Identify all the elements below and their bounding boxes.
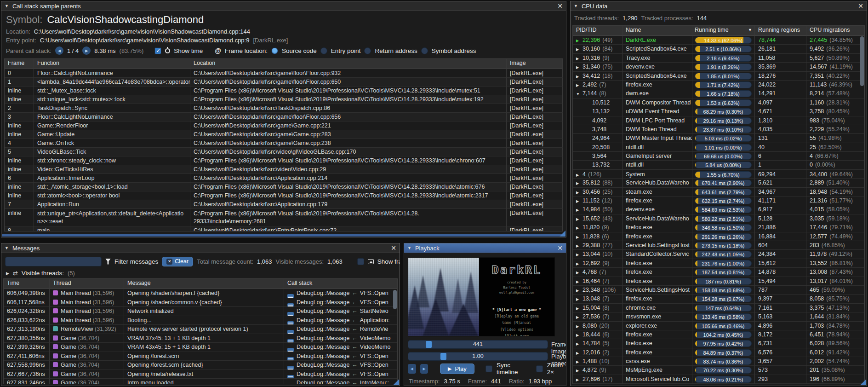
- table-row[interactable]: inlinestd::_Mutex_base::lockC:\Program F…: [5, 87, 563, 95]
- next-frame-button[interactable]: ▶: [420, 364, 428, 374]
- expand-arrow-icon[interactable]: ▶: [576, 208, 582, 212]
- sync-timeline-checkbox[interactable]: [485, 365, 492, 372]
- playback-speed-slider[interactable]: 1.00: [408, 352, 548, 361]
- expand-arrow-icon[interactable]: ▶: [576, 280, 582, 284]
- expand-arrow-icon[interactable]: ▶: [576, 306, 582, 311]
- expand-arrow-icon[interactable]: ▶: [576, 369, 582, 373]
- column-header-function[interactable]: Function: [34, 59, 190, 69]
- process-row[interactable]: ▶30,160(84)ScriptedSandbox64.exe2.51 s (…: [573, 45, 864, 53]
- process-row[interactable]: 20,508ntdll.dll1.01 ms (0.00%)4025(62.50…: [573, 143, 864, 152]
- table-row[interactable]: 1<lambda_84a19dc444fae966ca174e83e708bdc…: [5, 78, 563, 87]
- process-row[interactable]: ▶13,048(7)firefox.exe154.28 ms (0.67%)9,…: [573, 295, 864, 303]
- table-row[interactable]: inlinestd::atomic<bool>::operator boolC:…: [5, 191, 563, 200]
- collapse-icon[interactable]: ▼: [5, 246, 9, 250]
- list-item[interactable]: 627,411,606nsGame (36,704)Opening /fores…: [4, 352, 397, 361]
- expand-arrow-icon[interactable]: ▶: [576, 39, 582, 43]
- list-item[interactable]: 627,380,356nsGame (36,704)VRAM 37x45: 13…: [4, 334, 397, 343]
- process-row[interactable]: 24,964DWM Master Input Thread5.03 ms (0.…: [573, 134, 864, 143]
- collapse-icon[interactable]: ▼: [407, 246, 411, 250]
- list-item[interactable]: 606,117,568nsMain thread (31,596)Opening…: [4, 298, 397, 307]
- column-header-pid[interactable]: PID/TID: [573, 26, 622, 36]
- expand-arrow-icon[interactable]: ▶: [576, 324, 582, 329]
- expand-arrow-icon[interactable]: ▶: [576, 191, 582, 195]
- expand-arrow-icon[interactable]: ▶: [576, 199, 582, 203]
- table-row[interactable]: 3Floor::CalcLightNoLuminanceC:\Users\wol…: [5, 113, 563, 121]
- show-time-checkbox[interactable]: [154, 47, 161, 54]
- table-row[interactable]: 8mainC:\Users\wolf\Desktop\darkrl\src\En…: [5, 226, 563, 231]
- table-row[interactable]: 0Floor::CalcLightNoLuminanceC:\Users\wol…: [5, 69, 563, 78]
- process-row[interactable]: ▶11,828(6)firefox.exe291.26 ms (1.26%)16…: [573, 232, 864, 241]
- frame-location-radio-1[interactable]: [320, 47, 327, 54]
- frame-location-radio-0[interactable]: [271, 47, 278, 54]
- cpu-scrollbar[interactable]: [860, 36, 864, 86]
- expand-arrow-icon[interactable]: ▶: [576, 289, 582, 293]
- expand-arrow-icon[interactable]: ▶: [576, 244, 582, 248]
- process-row[interactable]: ▶23,348(106)ServiceHub.SettingsHost158.0…: [573, 286, 864, 295]
- close-icon[interactable]: ✕: [557, 245, 563, 251]
- callstack-cell[interactable]: DebugLog::Message←VFS::Open: [284, 352, 397, 361]
- table-row[interactable]: 6Application::InnerLoopC:\Users\wolf\Des…: [5, 174, 563, 183]
- process-row[interactable]: 3,564GameInput server69.68 us (0.00%)64(…: [573, 152, 864, 161]
- expand-arrow-icon[interactable]: ▶: [576, 351, 582, 355]
- messages-panel-header[interactable]: ▼ Messages ✕: [1, 243, 400, 253]
- zoom-2x-checkbox[interactable]: [536, 365, 543, 372]
- process-row[interactable]: ▶4,872(9)MsMpEng.exe70.22 ms (0.30%)5732…: [573, 366, 864, 375]
- callstack-cell[interactable]: DebugLog::Message←VFS::Open: [284, 289, 397, 298]
- frame-location-radio-2[interactable]: [364, 47, 371, 54]
- close-icon[interactable]: ✕: [858, 3, 863, 9]
- callstack-cell[interactable]: DebugLog::Message←VFS::Open: [284, 361, 397, 370]
- column-header-time[interactable]: Time: [4, 279, 50, 289]
- cpu-panel-header[interactable]: ▼ CPU data ✕: [571, 1, 867, 11]
- process-row[interactable]: ▶22,396(49)DarkRL.exe14.33 s (62.06%)78,…: [573, 36, 864, 45]
- table-row[interactable]: 7Application::RunC:\Users\wolf\Desktop\d…: [5, 200, 563, 209]
- list-item[interactable]: 627,667,736nsGame (36,704)Opening /meta/…: [4, 370, 397, 379]
- column-header-thread[interactable]: Thread: [50, 279, 124, 289]
- table-row[interactable]: 2TaskDispatch::SyncC:\Users\wolf\Desktop…: [5, 104, 563, 113]
- column-header-frame[interactable]: Frame: [5, 59, 34, 69]
- collapse-icon[interactable]: ▼: [5, 4, 9, 8]
- process-row[interactable]: ▶31,340(75)devenv.exe1.91 s (8.26%)35,36…: [573, 63, 864, 71]
- expand-arrow-icon[interactable]: ▶: [576, 253, 582, 257]
- list-item[interactable]: 627,831,246nsGame (36,704)Intro menu loa…: [4, 379, 397, 384]
- process-row[interactable]: ▶2,492(7)firefox.exe1.71 s (7.42%)24,022…: [573, 81, 864, 89]
- clear-button[interactable]: ✕ Clear: [162, 257, 193, 266]
- horizontal-scrollbar[interactable]: [2, 234, 565, 237]
- expand-arrow-icon[interactable]: ▶: [576, 173, 582, 177]
- process-row[interactable]: ▶4,768(7)firefox.exe187.54 ms (0.81%)14,…: [573, 268, 864, 277]
- table-row[interactable]: inlinestd::chrono::steady_clock::nowC:\P…: [5, 156, 563, 165]
- process-row[interactable]: ▶35,812(88)ServiceHub.DataWareho670.41 m…: [573, 179, 864, 187]
- expand-arrow-icon[interactable]: ▶: [576, 271, 582, 275]
- process-row[interactable]: ▶27,696(17)Microsoft.ServiceHub.Co48.06 …: [573, 375, 864, 384]
- callstack-cell[interactable]: DebugLog::Message←VFS::Open: [284, 370, 397, 379]
- column-header-name[interactable]: Name: [622, 26, 692, 36]
- process-row[interactable]: ▶11,820(9)firefox.exe346.58 ms (1.50%)21…: [573, 223, 864, 232]
- process-row[interactable]: ▶10,316(9)Tracy.exe2.18 s (9.45%)11,0585…: [573, 54, 864, 63]
- process-row[interactable]: ▶27,536(7)msvsmon.exe133.45 ms (0.58%)5,…: [573, 312, 864, 321]
- process-row[interactable]: ▶15,004(8)chrome.exe147 ms (0.64%)7,1613…: [573, 304, 864, 312]
- list-item[interactable]: 627,313,190nsRemoteView (31,392)Remote v…: [4, 325, 397, 334]
- table-row[interactable]: inlineGame::UpdateC:\Users\wolf\Desktop\…: [5, 130, 563, 139]
- callstack-cell[interactable]: DebugLog::Message←VFS::Open: [284, 298, 397, 307]
- table-row[interactable]: inlineVideo::GetTicksHiResC:\Users\wolf\…: [5, 165, 563, 174]
- callstack-cell[interactable]: DebugLog::Message←VideoMemo: [284, 334, 397, 343]
- process-row[interactable]: 4,092DWM LPC Port Thread29.16 ms (0.13%)…: [573, 116, 864, 125]
- column-header-location[interactable]: Location: [190, 59, 507, 69]
- prev-callstack-button[interactable]: ◀: [55, 46, 63, 55]
- expand-arrow-icon[interactable]: ▶: [576, 226, 582, 230]
- callstack-cell[interactable]: DebugLog::Message←StartNetwo: [284, 307, 397, 316]
- process-row[interactable]: ▶11,152(12)firefox.exe632.15 ms (2.74%)4…: [573, 196, 864, 205]
- process-row[interactable]: ▶14,784(5)firefox.exe97.95 ms (0.42%)6,7…: [573, 339, 864, 348]
- table-row[interactable]: inlinestd::unique_ptr<Application,std::d…: [5, 209, 563, 226]
- collapse-icon[interactable]: ▼: [574, 4, 578, 8]
- column-header-cpu-migrations[interactable]: CPU migrations: [806, 26, 864, 36]
- prev-frame-button[interactable]: ◀: [408, 364, 416, 374]
- expand-arrow-icon[interactable]: ▶: [576, 217, 582, 221]
- frame-image-slider[interactable]: 441: [408, 340, 548, 349]
- column-header-image[interactable]: Image: [507, 59, 563, 69]
- table-row[interactable]: inlinestd::unique_lock<std::mutex>::lock…: [5, 95, 563, 104]
- process-row[interactable]: ▶16,464(7)firefox.exe187 ms (0.81%)15,49…: [573, 277, 864, 286]
- process-row[interactable]: ▶30,456(25)steam.exe643.61 ms (2.79%)34,…: [573, 188, 864, 196]
- frame-location-radio-3[interactable]: [421, 47, 428, 54]
- filter-input[interactable]: [5, 257, 102, 266]
- messages-scrollbar[interactable]: [393, 290, 397, 309]
